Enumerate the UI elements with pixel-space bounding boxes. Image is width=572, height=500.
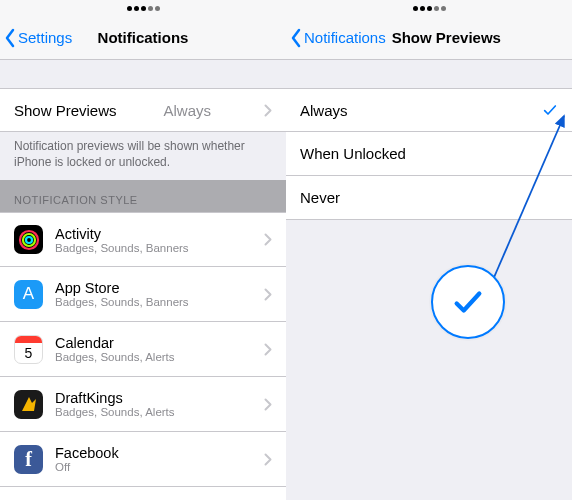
app-name: DraftKings [55,390,175,406]
chevron-right-icon [264,453,272,466]
app-name: App Store [55,280,189,296]
option-label: Never [300,189,340,206]
status-bar [0,0,286,16]
app-name: Activity [55,226,189,242]
app-icon: 5 [14,335,43,364]
navbar: Settings Notifications [0,16,286,60]
app-row[interactable]: ActivityBadges, Sounds, Banners [0,212,286,267]
chevron-right-icon [264,104,272,117]
back-button[interactable]: Notifications [286,28,386,48]
app-sub: Badges, Sounds, Banners [55,242,189,254]
app-icon [14,225,43,254]
app-name: Facebook [55,445,119,461]
navbar: Notifications Show Previews [286,16,572,60]
check-icon [451,285,485,319]
chevron-right-icon [264,288,272,301]
app-icon: A [14,280,43,309]
app-sub: Badges, Sounds, Banners [55,296,189,308]
app-list: ActivityBadges, Sounds, BannersAApp Stor… [0,212,286,500]
option-label: When Unlocked [300,145,406,162]
app-name: Calendar [55,335,175,351]
option-row[interactable]: When Unlocked [286,132,572,176]
page-title: Show Previews [392,29,501,46]
check-icon [542,102,558,118]
back-button[interactable]: Settings [0,28,72,48]
show-previews-value: Always [164,102,212,119]
show-previews-pane: Notifications Show Previews AlwaysWhen U… [286,0,572,500]
svg-point-2 [26,237,32,243]
app-icon: f [14,445,43,474]
chevron-right-icon [264,343,272,356]
status-bar [286,0,572,16]
app-row[interactable]: FaceTimeBadges, Sounds, Alerts [0,487,286,500]
app-row[interactable]: 5CalendarBadges, Sounds, Alerts [0,322,286,377]
app-sub: Badges, Sounds, Alerts [55,351,175,363]
show-previews-hint: Notification previews will be shown whet… [0,132,286,180]
option-list: AlwaysWhen UnlockedNever [286,88,572,220]
app-row[interactable]: DraftKingsBadges, Sounds, Alerts [0,377,286,432]
option-row[interactable]: Never [286,176,572,220]
settings-notifications-pane: Settings Notifications Show Previews Alw… [0,0,286,500]
magnified-check-callout [431,265,505,339]
back-label: Settings [18,29,72,46]
show-previews-row[interactable]: Show Previews Always [0,88,286,132]
page-title: Notifications [98,29,189,46]
app-row[interactable]: AApp StoreBadges, Sounds, Banners [0,267,286,322]
chevron-right-icon [264,233,272,246]
app-sub: Badges, Sounds, Alerts [55,406,175,418]
section-header-notification-style: NOTIFICATION STYLE [0,180,286,212]
back-label: Notifications [304,29,386,46]
chevron-left-icon [4,28,16,48]
option-label: Always [300,102,348,119]
show-previews-label: Show Previews [14,102,117,119]
app-row[interactable]: fFacebookOff [0,432,286,487]
app-icon [14,390,43,419]
option-row[interactable]: Always [286,88,572,132]
chevron-right-icon [264,398,272,411]
app-sub: Off [55,461,119,473]
chevron-left-icon [290,28,302,48]
svg-point-1 [23,234,35,246]
